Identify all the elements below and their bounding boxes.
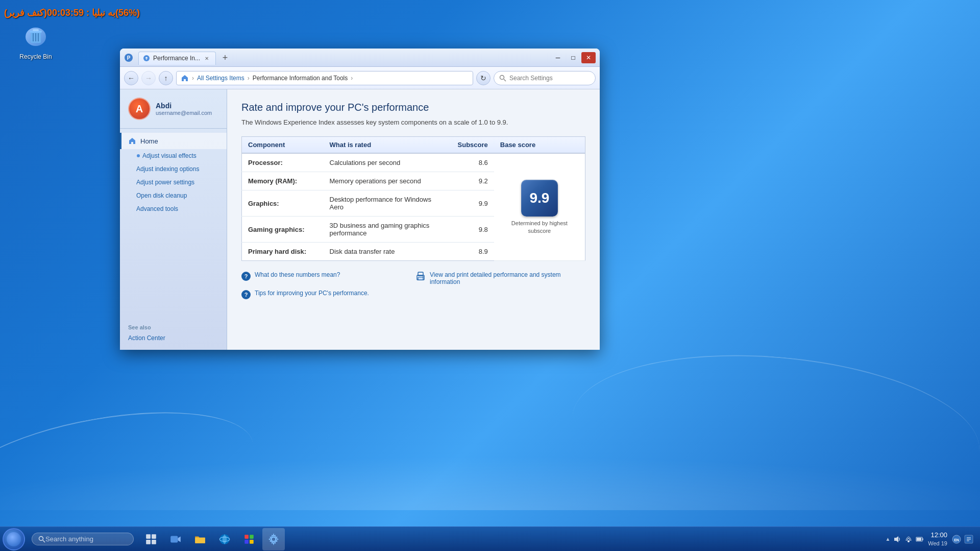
- svg-rect-21: [152, 534, 156, 539]
- aero-swirl-right: [566, 340, 980, 528]
- address-field[interactable]: › All Settings Items › Performance Infor…: [176, 71, 473, 85]
- add-tab-button[interactable]: +: [218, 52, 232, 65]
- battery-icon[interactable]: [916, 535, 924, 543]
- maximize-button[interactable]: □: [566, 52, 580, 63]
- sidebar-indexing-label: Adjust indexing options: [136, 165, 199, 173]
- grid-icon: [145, 533, 157, 545]
- speaker-icon[interactable]: [893, 535, 901, 543]
- info-link-what-numbers[interactable]: ? What do these numbers mean?: [241, 271, 411, 285]
- svg-rect-38: [917, 538, 921, 541]
- col-header-subscore: Subscore: [452, 137, 494, 154]
- video-app-button[interactable]: [164, 528, 187, 550]
- recycle-bin-label: Recycle Bin: [19, 53, 52, 60]
- sidebar-visual-effects-label: Adjust visual effects: [142, 152, 197, 159]
- taskbar-search-bar[interactable]: [32, 533, 134, 545]
- breadcrumb-sep-3: ›: [351, 75, 353, 82]
- rated-disk: Disk data transfer rate: [324, 243, 452, 261]
- taskbar-pinned-icons: [140, 528, 285, 550]
- start-orb-inner: [7, 532, 21, 546]
- breadcrumb-sep-1: ›: [192, 75, 194, 82]
- taskbar-search-input[interactable]: [45, 535, 127, 543]
- subscore-disk: 8.9: [452, 243, 494, 261]
- svg-rect-23: [152, 540, 156, 544]
- tray-expand-icon[interactable]: ▲: [885, 536, 890, 542]
- start-button[interactable]: [0, 527, 28, 552]
- settings-button[interactable]: [262, 528, 285, 550]
- page-title: Rate and improve your PC's performance: [241, 102, 585, 113]
- up-button[interactable]: ↑: [159, 71, 173, 85]
- rated-processor: Calculations per second: [324, 153, 452, 172]
- bullet-icon: [136, 154, 140, 158]
- store-button[interactable]: [238, 528, 260, 550]
- address-home-icon: [181, 74, 189, 82]
- window-tab[interactable]: Performance In... ✕: [138, 52, 216, 65]
- sidebar-item-disk-cleanup[interactable]: Open disk cleanup: [120, 189, 227, 202]
- network-icon[interactable]: [904, 535, 913, 543]
- table-row: Processor: Calculations per second 8.6 9…: [242, 153, 585, 172]
- svg-rect-3: [33, 29, 39, 31]
- subscore-processor: 8.6: [452, 153, 494, 172]
- sidebar: A Abdi username@email.com Home: [120, 89, 227, 350]
- settings-search-field[interactable]: [494, 71, 596, 85]
- search-input[interactable]: [509, 75, 581, 82]
- browser-icon: [218, 533, 231, 545]
- sidebar-item-action-center[interactable]: Action Center: [120, 332, 227, 344]
- svg-line-12: [504, 79, 506, 81]
- svg-text:P: P: [127, 55, 131, 61]
- sidebar-item-indexing[interactable]: Adjust indexing options: [120, 162, 227, 176]
- tab-label: Performance In...: [153, 55, 200, 62]
- desktop: (56%)به نبليا : 00:03:59(كنف فرير) R: [0, 0, 980, 551]
- language-icon[interactable]: EN: [951, 534, 962, 544]
- sidebar-item-home[interactable]: Home: [120, 133, 227, 149]
- tab-close-button[interactable]: ✕: [203, 55, 210, 62]
- rated-ram: Memory operations per second: [324, 172, 452, 190]
- file-explorer-button[interactable]: [189, 528, 211, 550]
- sidebar-power-label: Adjust power settings: [136, 179, 194, 186]
- address-bar: ← → ↑ › All Settings Items › Performance…: [120, 67, 600, 89]
- sidebar-item-power[interactable]: Adjust power settings: [120, 176, 227, 189]
- recycle-bin-icon[interactable]: Recycle Bin: [15, 20, 56, 60]
- svg-rect-31: [244, 540, 249, 544]
- nav-section: Home Adjust visual effects Adjust indexi…: [120, 129, 227, 320]
- forward-button[interactable]: →: [141, 71, 156, 85]
- clock-date: Wed 19: [928, 540, 947, 547]
- breadcrumb-current: Performance Information and Tools: [253, 75, 348, 82]
- search-icon: [499, 75, 506, 82]
- subscore-graphics: 9.9: [452, 190, 494, 217]
- titlebar: P Performance In... ✕ + ─ □ ✕: [120, 49, 600, 67]
- close-button[interactable]: ✕: [581, 52, 596, 63]
- svg-marker-34: [894, 536, 898, 542]
- sidebar-item-visual-effects[interactable]: Adjust visual effects: [120, 149, 227, 162]
- info-link-what-numbers-text: What do these numbers mean?: [255, 271, 340, 278]
- info-link-tips[interactable]: ? Tips for improving your PC's performan…: [241, 290, 411, 299]
- taskbar-clock[interactable]: 12:00 Wed 19: [928, 531, 947, 547]
- browser-button[interactable]: [213, 528, 236, 550]
- subscore-ram: 9.2: [452, 172, 494, 190]
- col-header-what-rated: What is rated: [324, 137, 452, 154]
- taskbar-action-area: EN: [951, 534, 974, 544]
- component-ram: Memory (RAM):: [242, 172, 324, 190]
- page-description: The Windows Experience Index assesses ke…: [241, 118, 585, 126]
- settings-window: P Performance In... ✕ + ─ □ ✕: [120, 49, 600, 350]
- sidebar-item-advanced[interactable]: Advanced tools: [120, 202, 227, 215]
- refresh-button[interactable]: ↻: [476, 71, 491, 85]
- base-score-badge: 9.9: [521, 180, 558, 217]
- info-link-tips-text: Tips for improving your PC's performance…: [255, 290, 369, 297]
- user-email: username@email.com: [156, 110, 218, 116]
- svg-rect-29: [244, 535, 249, 539]
- settings-icon: [267, 533, 280, 545]
- printer-icon: [415, 271, 426, 281]
- breadcrumb-sep-2: ›: [248, 75, 250, 82]
- notification-icon[interactable]: [964, 534, 974, 544]
- home-icon: [128, 137, 136, 145]
- task-view-button[interactable]: [140, 528, 162, 550]
- performance-table: Component What is rated Subscore Base sc…: [241, 136, 585, 261]
- back-button[interactable]: ←: [124, 71, 138, 85]
- svg-rect-37: [922, 538, 923, 540]
- info-link-view-print[interactable]: View and print detailed performance and …: [415, 271, 585, 285]
- sidebar-home-label: Home: [140, 137, 158, 145]
- breadcrumb-all-settings[interactable]: All Settings Items: [197, 75, 244, 82]
- minimize-button[interactable]: ─: [551, 52, 565, 63]
- svg-rect-20: [146, 534, 151, 539]
- svg-text:EN: EN: [954, 538, 959, 542]
